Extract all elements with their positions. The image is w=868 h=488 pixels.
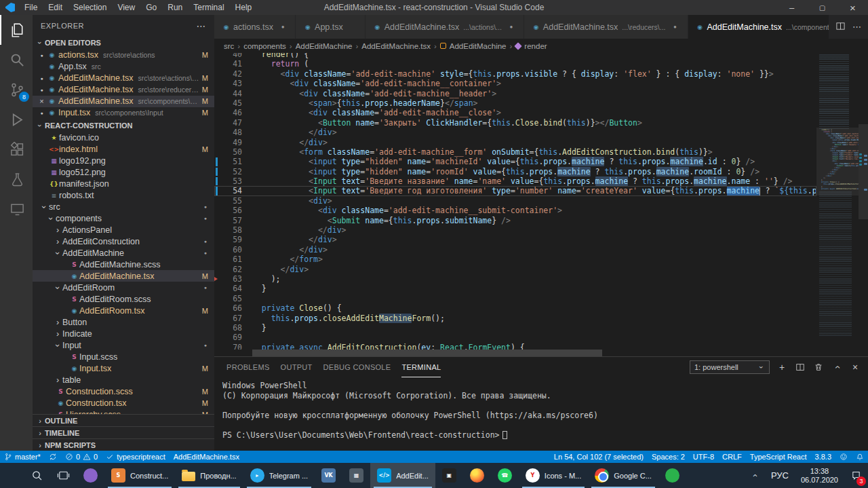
code-line[interactable]: 62 </div> [214, 265, 816, 274]
tree-folder[interactable]: ›src● [33, 201, 214, 212]
language-indicator[interactable]: РУС [765, 463, 795, 488]
clock[interactable]: 13:3806.07.2020 [795, 463, 844, 488]
menu-help[interactable]: Help [230, 0, 258, 15]
taskbar-item-telegram[interactable]: ▸Telegram ... [243, 463, 315, 488]
breadcrumb-item[interactable]: AddEditMachine [440, 42, 507, 50]
taskbar-item-whatsapp[interactable]: ☎ [491, 463, 519, 488]
taskbar-item-task-view[interactable] [50, 463, 77, 488]
status-feedback[interactable] [835, 451, 852, 463]
taskbar-item-vk[interactable]: VK [315, 463, 342, 488]
tree-item[interactable]: SAddEditRoom.scss [33, 293, 214, 305]
breadcrumb-item[interactable]: components [243, 42, 286, 50]
code-line[interactable]: 51 <input type="hidden" name='machineId'… [214, 157, 816, 166]
tree-item[interactable]: SConstruction.scssM [33, 386, 214, 397]
code-line[interactable]: 66 private Close() { [214, 303, 816, 313]
maximize-icon[interactable] [807, 0, 837, 15]
close-window-icon[interactable] [837, 0, 868, 15]
tree-folder[interactable]: ›AddEditMachine● [33, 247, 214, 259]
code-line[interactable]: 58 </div> [214, 225, 816, 235]
minimize-icon[interactable] [776, 0, 807, 15]
code-line[interactable]: 44 <div className='add-edit-machine__hea… [214, 89, 816, 98]
code-line[interactable]: 48 </div> [214, 128, 816, 137]
taskbar-item-search[interactable] [24, 463, 50, 488]
taskbar-item-browser-y[interactable]: YIcons - M... [519, 463, 588, 488]
open-editors-header[interactable]: › OPEN EDITORS [33, 36, 214, 50]
status-language-mode[interactable]: TypeScript React [746, 451, 811, 463]
code-line[interactable]: 61 </form> [214, 255, 816, 264]
panel-tab-terminal[interactable]: TERMINAL [401, 357, 441, 377]
status-indentation[interactable]: Spaces: 2 [648, 451, 689, 463]
section-npm-scripts[interactable]: ›NPM SCRIPTS [33, 438, 214, 451]
split-terminal-icon[interactable] [794, 361, 806, 373]
tree-item[interactable]: <>index.htmlM [33, 143, 214, 155]
tree-folder[interactable]: ›components● [33, 212, 214, 224]
close-editor-icon[interactable]: × [37, 97, 47, 105]
code-line[interactable]: 67 this.props.closeAddEditMachineForm(); [214, 314, 816, 323]
tree-item[interactable]: ◉AddEditRoom.tsxM [33, 305, 214, 316]
more-editor-actions-icon[interactable]: ⋯ [852, 22, 861, 32]
kill-terminal-icon[interactable] [812, 361, 825, 373]
code-editor[interactable]: 40 render() {41 return (42 <div classNam… [214, 53, 868, 356]
breadcrumb-item[interactable]: src [224, 42, 234, 50]
tree-item[interactable]: ▦logo512.png [33, 166, 214, 178]
status-problems[interactable]: 00 [61, 451, 102, 463]
menu-file[interactable]: File [19, 0, 43, 15]
taskbar-item-file-explorer[interactable]: Проводн... [175, 463, 243, 488]
taskbar-item-calculator[interactable]: ▦ [342, 463, 370, 488]
tree-item[interactable]: {}manifest.json [33, 178, 214, 189]
code-line[interactable]: 53 <Input text='Введите название' name='… [214, 176, 816, 186]
code-line[interactable]: 65 [214, 294, 816, 303]
open-editor-item[interactable]: ●◉Input.tsxsrc\components\InputM [33, 107, 214, 119]
tree-item[interactable]: ★favicon.ico [33, 132, 214, 143]
menu-selection[interactable]: Selection [68, 0, 112, 15]
status-active-file[interactable]: AddEditMachine.tsx [170, 451, 243, 463]
tab-actions-tsx[interactable]: ◉actions.tsx● [214, 15, 296, 39]
status-cursor-position[interactable]: Ln 54, Col 102 (7 selected) [550, 451, 648, 463]
split-editor-icon[interactable] [835, 21, 846, 33]
breadcrumb-item[interactable]: AddEditMachine [296, 42, 353, 50]
tree-folder[interactable]: ›AddEditRoom● [33, 282, 214, 293]
tree-item[interactable]: ◉Input.tsxM [33, 362, 214, 374]
breadcrumb-item[interactable]: AddEditMachine.tsx [361, 42, 431, 50]
menu-terminal[interactable]: Terminal [188, 0, 229, 15]
tree-folder[interactable]: ›Indicate [33, 328, 214, 339]
taskbar-item-app-green[interactable] [658, 463, 686, 488]
taskbar-item-vscode[interactable]: </>AddEdit... [370, 463, 435, 488]
panel-tab-output[interactable]: OUTPUT [281, 357, 313, 377]
tree-folder[interactable]: ›table [33, 374, 214, 386]
code-line[interactable]: 43 <div className='add-edit-machine__con… [214, 79, 816, 88]
code-line[interactable]: 46 <div className='add-edit-machine__clo… [214, 108, 816, 117]
code-line[interactable]: 59 </div> [214, 235, 816, 244]
code-line[interactable]: 41 return ( [214, 59, 816, 69]
code-line[interactable]: 54 <Input text='Введите год изготовления… [214, 186, 816, 195]
taskbar-item-firefox[interactable] [463, 463, 491, 488]
tab-addeditmachine-tsx[interactable]: ◉AddEditMachine.tsx...\components\...× [688, 15, 829, 39]
tree-item[interactable]: SHierarchy.scssM [33, 409, 214, 414]
taskbar-item-app-purple[interactable] [77, 463, 104, 488]
activity-source-control[interactable]: 8 [0, 75, 33, 105]
tree-folder[interactable]: ›AddEditConstruction● [33, 236, 214, 247]
open-editor-item[interactable]: ●◉actions.tsxsrc\store\actionsM [33, 50, 214, 61]
code-line[interactable]: 57 <Submit name={this.props.submitName} … [214, 216, 816, 225]
new-terminal-icon[interactable]: + [776, 361, 788, 373]
code-area[interactable]: 40 render() {41 return (42 <div classNam… [214, 53, 816, 350]
open-editor-item[interactable]: ◉App.tsxsrc [33, 61, 214, 73]
code-line[interactable]: 52 <input type="hidden" name='roomId' va… [214, 167, 816, 176]
tree-item[interactable]: ▦logo192.png [33, 155, 214, 166]
code-line[interactable]: 49 </div> [214, 138, 816, 147]
dirty-indicator[interactable]: ● [506, 24, 517, 30]
panel-tab-debug-console[interactable]: DEBUG CONSOLE [323, 357, 391, 377]
tree-item[interactable]: ◉AddEditMachine.tsxM [33, 270, 214, 282]
tree-item[interactable]: ◉Construction.tsxM [33, 397, 214, 409]
minimap[interactable]: render() { return ( <div className='add-… [816, 53, 859, 350]
menu-run[interactable]: Run [162, 0, 188, 15]
taskbar-item-editor-construct[interactable]: SConstruct... [104, 463, 175, 488]
terminal[interactable]: Windows PowerShell(C) Корпорация Майкрос… [214, 377, 868, 451]
tree-item[interactable]: ≡robots.txt [33, 189, 214, 201]
panel-tab-problems[interactable]: PROBLEMS [226, 357, 270, 377]
code-line[interactable]: 50 <form className='add-edit-machine__fo… [214, 147, 816, 157]
status-branch[interactable]: master* [0, 451, 45, 463]
tab-app-tsx[interactable]: ◉App.tsx [296, 15, 366, 39]
tab-addeditmachine-tsx[interactable]: ◉AddEditMachine.tsx...\reducers\...● [524, 15, 688, 39]
action-center-icon[interactable]: 3 [844, 463, 868, 488]
